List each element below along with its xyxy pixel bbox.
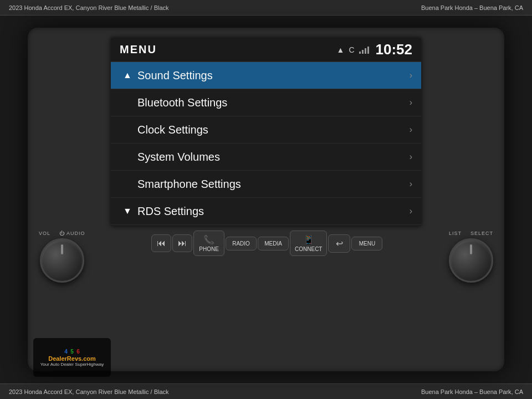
phone-icon: 📞 [203,234,214,245]
top-bar-center: Buena Park Honda – Buena Park, CA [421,4,523,11]
top-bar-left: 2023 Honda Accord EX, Canyon River Blue … [9,4,169,11]
menu-label-bluetooth: Bluetooth Settings [135,96,410,109]
menu-item-rds[interactable]: ▼RDS Settings› [111,198,421,225]
menu-item-system[interactable]: System Volumes› [111,144,421,171]
screen-header: MENU ▲ C 10:52 [111,38,421,62]
prev-icon: ⏮ [157,238,166,248]
phone-button[interactable]: 📞 PHONE [193,231,224,256]
select-label: SELECT [470,231,493,236]
left-label-row: VOL ⏻ AUDIO [39,231,85,236]
infotainment-unit: MENU ▲ C 10:52 ▲Sound Settings›Bluetooth… [28,28,504,371]
menu-label-system: System Volumes [135,151,410,163]
phone-label: PHONE [199,246,219,252]
screen-menu-title: MENU [120,43,157,56]
right-label-row: LIST SELECT [449,231,493,236]
menu-label-smartphone: Smartphone Settings [135,178,410,191]
screen-status-icons: ▲ C [337,45,369,54]
list-label: LIST [449,231,462,236]
infotainment-screen: MENU ▲ C 10:52 ▲Sound Settings›Bluetooth… [111,38,421,226]
top-bar: 2023 Honda Accord EX, Canyon River Blue … [0,0,532,16]
connect-icon: 📱 [303,234,314,245]
infotainment-controls: VOL ⏻ AUDIO ⏮ ⏭ 📞 PHONE RADIO [28,231,504,283]
bottom-bar-left: 2023 Honda Accord EX, Canyon River Blue … [9,388,169,395]
watermark-tagline: Your Auto Dealer SuperHighway [40,362,104,367]
next-button[interactable]: ⏭ [172,234,192,252]
dealer-watermark: 4 5 6 DealerRevs.com Your Auto Dealer Su… [33,338,111,377]
right-knob-group: LIST SELECT [449,231,493,283]
menu-label-rds: RDS Settings [135,205,410,218]
prev-button[interactable]: ⏮ [151,234,171,252]
logo-badge-numbers: 4 5 6 [63,349,81,355]
connect-label: CONNECT [295,246,322,252]
menu-item-smartphone[interactable]: Smartphone Settings› [111,171,421,198]
menu-chevron-clock: › [410,125,412,135]
connection-icon: C [349,45,354,54]
vol-label: VOL [39,231,50,236]
menu-chevron-smartphone: › [410,179,412,189]
antenna-icon: ▲ [337,45,345,54]
menu-label-sound: Sound Settings [135,69,410,82]
radio-button[interactable]: RADIO [226,237,257,250]
bottom-bar: 2023 Honda Accord EX, Canyon River Blue … [0,383,532,399]
left-knob-group: VOL ⏻ AUDIO [39,231,85,283]
menu-arrow-rds: ▼ [120,206,135,216]
audio-label: ⏻ AUDIO [59,231,85,236]
watermark-logo: 4 5 6 [63,349,81,355]
left-knob[interactable] [40,238,84,283]
back-button[interactable]: ↩ [328,234,350,253]
screen-time: 10:52 [376,41,413,58]
bottom-buttons-row: ⏮ ⏭ 📞 PHONE RADIO MEDIA 📱 CONNECT [145,231,389,256]
menu-item-sound[interactable]: ▲Sound Settings› [111,62,421,89]
menu-button[interactable]: MENU [351,237,382,250]
connect-button[interactable]: 📱 CONNECT [290,231,327,256]
menu-chevron-rds: › [410,206,412,216]
menu-item-bluetooth[interactable]: Bluetooth Settings› [111,89,421,116]
menu-arrow-sound: ▲ [120,70,135,80]
media-label: MEDIA [264,241,282,247]
next-icon: ⏭ [178,238,187,248]
menu-chevron-bluetooth: › [410,98,412,108]
menu-list: ▲Sound Settings›Bluetooth Settings›Clock… [111,62,421,226]
menu-item-clock[interactable]: Clock Settings› [111,116,421,144]
menu-label-clock: Clock Settings [135,124,410,136]
bottom-bar-center: Buena Park Honda – Buena Park, CA [421,388,523,395]
screen-header-right: ▲ C 10:52 [337,41,412,58]
menu-chevron-sound: › [410,70,412,80]
signal-bar [359,46,369,54]
menu-label: MENU [359,241,375,247]
right-knob[interactable] [449,238,493,283]
radio-label: RADIO [232,241,250,247]
watermark-site-name: DealerRevs.com [48,355,96,362]
back-icon: ↩ [336,238,343,249]
media-button[interactable]: MEDIA [258,237,289,250]
menu-chevron-system: › [410,152,412,162]
